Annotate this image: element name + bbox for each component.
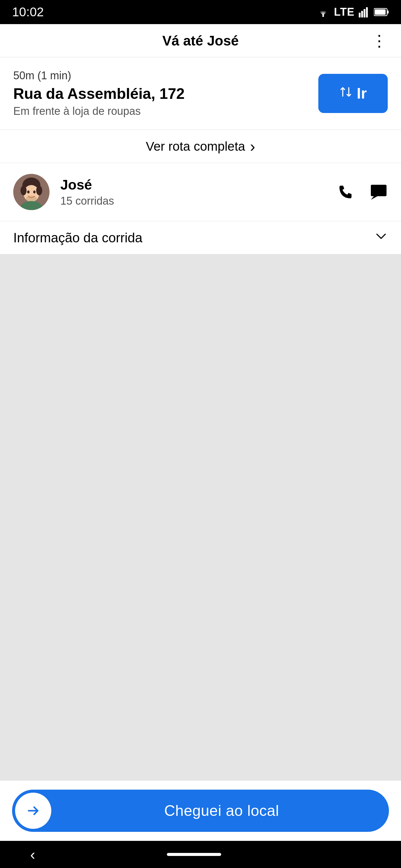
back-button[interactable]: ‹ <box>30 846 35 863</box>
address-note: Em frente à loja de roupas <box>13 105 309 118</box>
contact-name: José <box>60 177 337 193</box>
go-route-icon <box>339 85 352 101</box>
avatar <box>13 174 50 210</box>
status-time: 10:02 <box>12 5 44 19</box>
call-button[interactable] <box>337 183 354 201</box>
contact-rides: 15 corridas <box>60 195 337 207</box>
address-info: 50m (1 min) Rua da Assembléia, 172 Em fr… <box>13 69 309 118</box>
svg-point-13 <box>27 190 30 193</box>
home-indicator[interactable] <box>167 853 221 856</box>
svg-rect-17 <box>371 185 386 196</box>
arrived-button-label: Cheguei ao local <box>54 802 389 819</box>
message-button[interactable] <box>370 183 388 201</box>
arrived-arrow-circle <box>15 793 51 829</box>
chevron-down-icon <box>374 230 388 246</box>
chevron-right-icon: › <box>250 137 255 156</box>
page-title: Vá até José <box>162 33 239 49</box>
go-button-label: Ir <box>356 85 367 102</box>
contact-section: José 15 corridas <box>0 163 401 221</box>
route-link-section[interactable]: Ver rota completa › <box>0 130 401 163</box>
message-icon <box>370 183 388 201</box>
map-area <box>0 254 401 780</box>
more-menu-button[interactable]: ⋮ <box>371 32 388 50</box>
ride-info-label: Informação da corrida <box>13 230 142 245</box>
status-icons: LTE <box>316 6 389 19</box>
svg-rect-3 <box>364 9 365 18</box>
contact-actions <box>337 183 388 201</box>
battery-icon <box>374 8 389 16</box>
svg-rect-4 <box>366 7 368 18</box>
nav-bar: ‹ <box>0 841 401 868</box>
distance-label: 50m (1 min) <box>13 69 309 82</box>
go-button[interactable]: Ir <box>318 74 388 113</box>
contact-info: José 15 corridas <box>60 177 337 207</box>
svg-rect-7 <box>375 9 385 15</box>
arrived-button[interactable]: Cheguei ao local <box>12 789 389 832</box>
arrow-right-icon <box>24 802 42 820</box>
svg-point-14 <box>33 190 36 193</box>
lte-label: LTE <box>334 6 354 19</box>
svg-point-11 <box>21 186 27 195</box>
svg-point-12 <box>36 186 42 195</box>
svg-point-15 <box>26 195 37 202</box>
route-link-text: Ver rota completa <box>146 139 245 154</box>
street-label: Rua da Assembléia, 172 <box>13 85 309 102</box>
svg-marker-18 <box>371 196 377 200</box>
ride-info-section[interactable]: Informação da corrida <box>0 221 401 254</box>
svg-rect-1 <box>359 13 361 18</box>
wifi-icon <box>316 7 330 17</box>
phone-icon <box>337 183 354 201</box>
svg-rect-6 <box>387 10 389 13</box>
address-section: 50m (1 min) Rua da Assembléia, 172 Em fr… <box>0 57 401 130</box>
svg-point-0 <box>322 15 324 17</box>
svg-rect-2 <box>361 11 363 18</box>
app-header: Vá até José ⋮ <box>0 24 401 57</box>
status-bar: 10:02 LTE <box>0 0 401 24</box>
bottom-bar: Cheguei ao local <box>0 780 401 841</box>
signal-icon <box>359 7 370 18</box>
